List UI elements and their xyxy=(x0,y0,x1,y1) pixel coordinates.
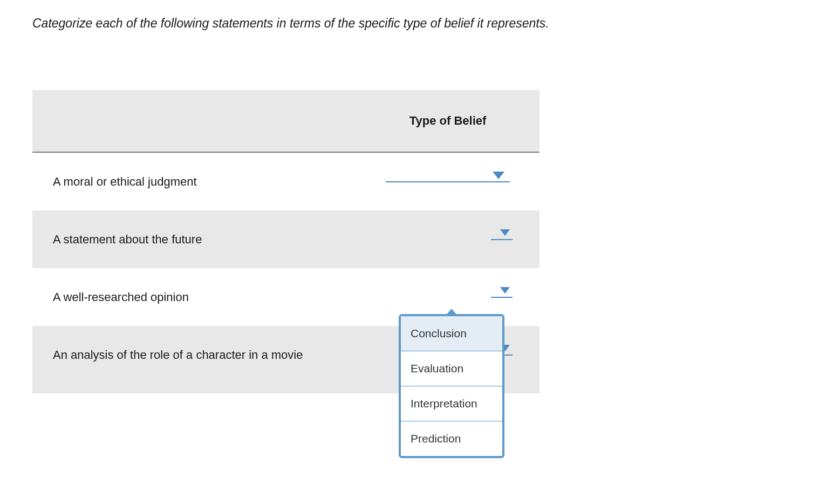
dropdown-option-evaluation[interactable]: Evaluation xyxy=(401,351,502,386)
table-row: A moral or ethical judgment xyxy=(32,153,540,210)
row-label: A statement about the future xyxy=(32,233,356,247)
chevron-down-icon xyxy=(500,287,510,294)
categorization-table: Type of Belief A moral or ethical judgme… xyxy=(32,90,540,393)
chevron-down-icon xyxy=(493,172,504,179)
table-row: A statement about the future xyxy=(32,210,540,268)
row-label: An analysis of the role of a character i… xyxy=(32,348,356,362)
row-label: A well-researched opinion xyxy=(32,290,356,304)
dropdown-trigger[interactable] xyxy=(491,297,513,298)
dropdown-cell-3 xyxy=(356,297,540,298)
dropdown-option-prediction[interactable]: Prediction xyxy=(401,421,502,456)
header-col2: Type of Belief xyxy=(356,114,540,128)
dropdown-option-conclusion[interactable]: Conclusion xyxy=(401,316,502,351)
dropdown-trigger[interactable] xyxy=(386,181,510,182)
dropdown-pointer-icon xyxy=(445,309,458,316)
dropdown-trigger[interactable] xyxy=(491,239,513,240)
dropdown-cell-2 xyxy=(356,239,540,240)
chevron-down-icon xyxy=(500,229,510,236)
question-prompt: Categorize each of the following stateme… xyxy=(32,16,801,31)
dropdown-cell-1 xyxy=(356,181,540,182)
dropdown-menu: Conclusion Evaluation Interpretation Pre… xyxy=(399,314,504,458)
table-header: Type of Belief xyxy=(32,90,540,153)
row-label: A moral or ethical judgment xyxy=(32,175,356,189)
dropdown-option-interpretation[interactable]: Interpretation xyxy=(401,386,502,421)
